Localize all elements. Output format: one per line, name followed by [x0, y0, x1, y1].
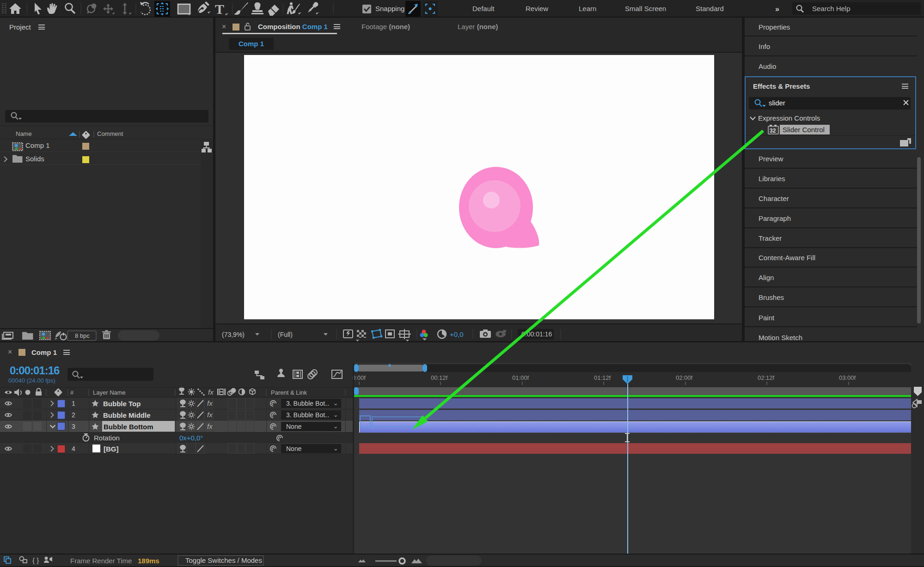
- svg-text:32: 32: [770, 128, 776, 134]
- svg-text:Small Screen: Small Screen: [625, 5, 666, 12]
- svg-text:(73,9%): (73,9%): [222, 331, 245, 338]
- svg-text:{ }: { }: [32, 556, 39, 564]
- svg-text:(Full): (Full): [278, 331, 293, 338]
- svg-text:189ms: 189ms: [138, 557, 159, 565]
- svg-text:Learn: Learn: [579, 5, 596, 12]
- svg-text:Default: Default: [472, 5, 495, 12]
- svg-text:Review: Review: [526, 5, 548, 12]
- svg-text:»: »: [775, 5, 779, 13]
- svg-text:Toggle Switches / Modes: Toggle Switches / Modes: [185, 556, 262, 564]
- svg-text:+0,0: +0,0: [450, 330, 464, 338]
- svg-text:T: T: [215, 1, 224, 17]
- svg-text:Frame Render Time: Frame Render Time: [70, 557, 132, 565]
- svg-text:Snapping: Snapping: [375, 5, 404, 12]
- svg-text:Standard: Standard: [696, 5, 724, 12]
- svg-text:Search Help: Search Help: [812, 5, 851, 12]
- svg-text:0:00:01:16: 0:00:01:16: [521, 330, 552, 338]
